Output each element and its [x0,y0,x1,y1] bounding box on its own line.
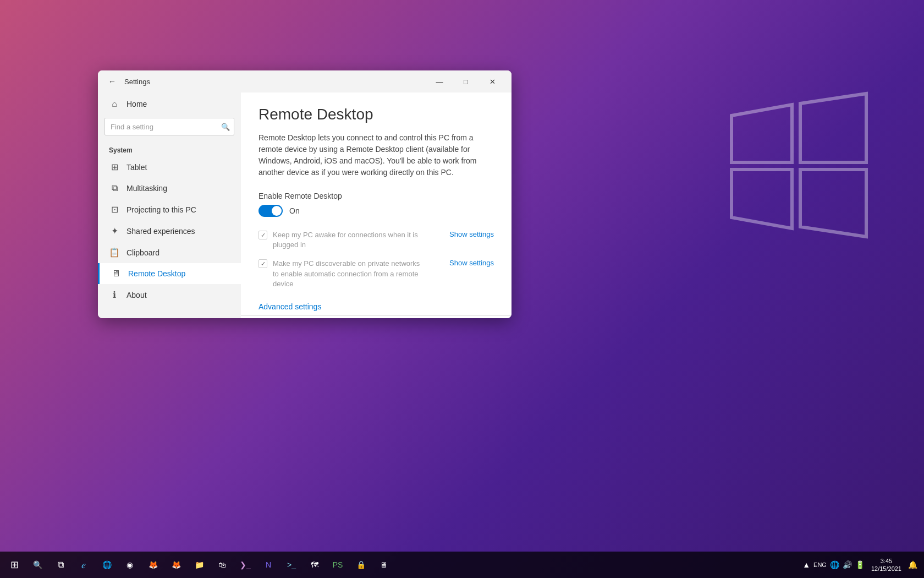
page-title: Remote Desktop [258,106,494,123]
taskbar-store[interactable]: 🛍 [211,553,233,577]
sidebar-item-home[interactable]: ⌂ Home [98,92,241,116]
sidebar-item-shared-experiences[interactable]: ✦ Shared experiences [98,220,241,242]
remote-desktop-icon: 🖥 [111,269,122,279]
checkbox-1-label: Keep my PC awake for connections when it… [273,230,427,250]
sidebar-item-clipboard[interactable]: 📋 Clipboard [98,242,241,263]
window-title: Settings [124,78,427,86]
sidebar-item-projecting-label: Projecting to this PC [127,205,196,214]
show-settings-link-2[interactable]: Show settings [449,259,494,267]
back-button[interactable]: ← [105,74,120,89]
clock-date: 12/15/2021 [871,565,901,572]
main-content: Remote Desktop Remote Desktop lets you c… [241,92,512,318]
sidebar: ⌂ Home 🔍 System ⊞ Tablet ⧉ Multitasking … [98,92,241,318]
taskbar: ⊞ 🔍 ⧉ 𝑒 🌐 ◉ 🦊 🦊 📁 🛍 ❯_ N >_ 🗺 PS 🔒 🖥 ▲ E… [0,552,924,578]
checkbox-2-content: Make my PC discoverable on private netwo… [273,259,494,289]
remote-desktop-toggle[interactable] [258,205,283,217]
taskbar-taskview[interactable]: ⧉ [50,553,72,577]
sidebar-item-tablet-label: Tablet [127,163,147,172]
tablet-icon: ⊞ [109,162,120,172]
title-bar: ← Settings — □ ✕ [98,70,512,92]
start-button[interactable]: ⊞ [2,553,26,577]
close-button[interactable]: ✕ [480,73,505,90]
checkbox-2-label: Make my PC discoverable on private netwo… [273,259,427,289]
window-controls: — □ ✕ [427,73,505,90]
taskbar-edge[interactable]: 𝑒 [73,553,95,577]
sidebar-item-shared-experiences-label: Shared experiences [127,227,195,236]
search-box: 🔍 [105,118,234,135]
taskbar-firefox2[interactable]: 🦊 [165,553,187,577]
toggle-row: On [258,205,494,217]
clipboard-icon: 📋 [109,247,120,258]
system-tray-icons: ▲ ENG 🌐 🔊 🔋 [802,560,865,569]
tray-network[interactable]: 🌐 [830,560,839,569]
sidebar-item-clipboard-label: Clipboard [127,248,160,257]
sidebar-item-about-label: About [127,291,147,299]
taskbar-onenote[interactable]: N [257,553,279,577]
tray-battery: 🔋 [855,560,865,569]
checkbox-2[interactable]: ✓ [258,259,267,268]
maximize-button[interactable]: □ [453,73,479,90]
sidebar-item-about[interactable]: ℹ About [98,284,241,306]
taskbar-firefox1[interactable]: 🦊 [142,553,164,577]
taskbar-terminal[interactable]: ❯_ [234,553,256,577]
tray-chevron[interactable]: ▲ [802,560,810,569]
checkbox-1[interactable]: ✓ [258,231,267,239]
settings-window: ← Settings — □ ✕ ⌂ Home 🔍 [98,70,512,318]
windows-logo-watermark [715,83,880,250]
start-icon: ⊞ [10,559,19,571]
sidebar-item-remote-desktop-label: Remote Desktop [128,269,185,278]
taskbar-edge2[interactable]: 🌐 [96,553,118,577]
sidebar-item-projecting[interactable]: ⊡ Projecting to this PC [98,199,241,220]
advanced-settings-link[interactable]: Advanced settings [258,302,321,311]
projecting-icon: ⊡ [109,204,120,215]
home-label: Home [127,100,147,108]
sidebar-item-remote-desktop[interactable]: 🖥 Remote Desktop [98,263,241,284]
taskbar-network2[interactable]: 🖥 [373,553,395,577]
page-description: Remote Desktop lets you connect to and c… [258,132,490,178]
notification-center[interactable]: 🔔 [908,560,917,569]
clock-time: 3:45 [871,557,901,565]
checkbox-row-1: ✓ Keep my PC awake for connections when … [258,230,494,250]
taskbar-right: ▲ ENG 🌐 🔊 🔋 3:45 12/15/2021 🔔 [802,557,922,573]
multitasking-icon: ⧉ [109,183,120,193]
shared-experiences-icon: ✦ [109,226,120,236]
show-settings-link-1[interactable]: Show settings [449,230,494,238]
tray-volume[interactable]: 🔊 [843,560,852,569]
taskbar-icons: 🔍 ⧉ 𝑒 🌐 ◉ 🦊 🦊 📁 🛍 ❯_ N >_ 🗺 PS 🔒 🖥 [26,553,802,577]
divider [241,315,512,316]
taskbar-clock[interactable]: 3:45 12/15/2021 [867,557,906,573]
toggle-thumb [272,206,282,216]
sidebar-item-multitasking-label: Multitasking [127,184,167,193]
taskbar-search[interactable]: 🔍 [26,553,48,577]
home-icon: ⌂ [109,99,120,109]
toggle-state-label: On [289,206,300,215]
taskbar-vpn[interactable]: 🔒 [350,553,372,577]
section-label: System [98,142,241,156]
taskbar-chrome[interactable]: ◉ [119,553,141,577]
search-input[interactable] [105,118,234,135]
taskbar-maps[interactable]: 🗺 [304,553,326,577]
checkbox-1-content: Keep my PC awake for connections when it… [273,230,494,250]
sidebar-item-multitasking[interactable]: ⧉ Multitasking [98,178,241,199]
about-icon: ℹ [109,290,120,300]
taskbar-powershell[interactable]: PS [327,553,349,577]
minimize-button[interactable]: — [427,73,452,90]
taskbar-explorer[interactable]: 📁 [188,553,210,577]
enable-label: Enable Remote Desktop [258,192,494,200]
taskbar-cmd[interactable]: >_ [280,553,302,577]
checkbox-row-2: ✓ Make my PC discoverable on private net… [258,259,494,289]
tray-language[interactable]: ENG [813,561,827,568]
window-body: ⌂ Home 🔍 System ⊞ Tablet ⧉ Multitasking … [98,92,512,318]
search-icon: 🔍 [221,123,230,131]
sidebar-item-tablet[interactable]: ⊞ Tablet [98,156,241,178]
